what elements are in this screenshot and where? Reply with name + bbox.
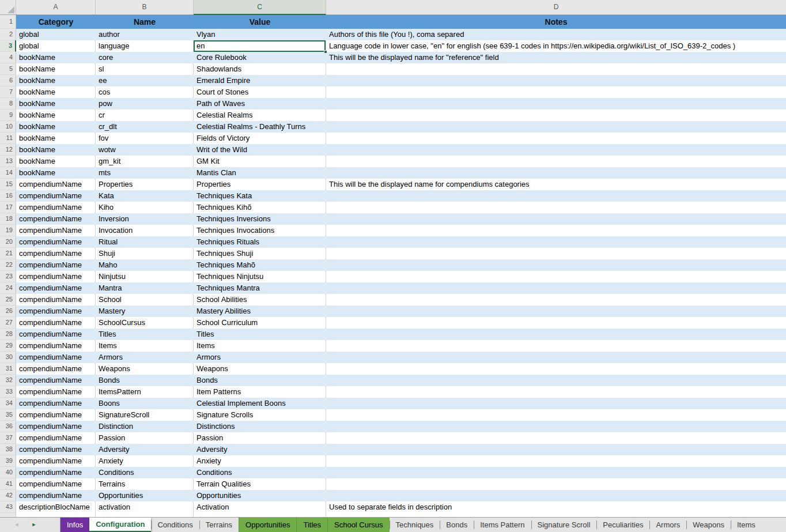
cell-name[interactable]: ItemsPattern <box>96 386 194 398</box>
cell-value[interactable]: Techniques Mahõ <box>194 259 326 271</box>
cell-category[interactable]: compendiumName <box>16 467 96 478</box>
cell-value[interactable]: Weapons <box>194 363 326 375</box>
cell-notes[interactable] <box>326 75 786 86</box>
row-number[interactable]: 9 <box>0 110 16 121</box>
cell-value[interactable]: Distinctions <box>194 421 326 432</box>
sheet-tab-weapons[interactable]: Weapons <box>686 518 731 532</box>
cell-value[interactable]: Writ of the Wild <box>194 144 326 156</box>
row-number[interactable]: 37 <box>0 432 16 444</box>
row-number[interactable]: 34 <box>0 398 16 409</box>
cell-category[interactable]: bookName <box>16 86 96 98</box>
cell-value[interactable]: Core Rulebook <box>194 52 326 63</box>
cell-name[interactable]: cr <box>96 110 194 121</box>
cell-notes[interactable] <box>326 86 786 98</box>
row-number[interactable]: 23 <box>0 271 16 282</box>
row-number[interactable]: 33 <box>0 386 16 398</box>
row-number[interactable]: 15 <box>0 179 16 190</box>
sheet-tab-infos[interactable]: Infos <box>61 518 89 532</box>
cell-category[interactable]: compendiumName <box>16 352 96 363</box>
sheet-tab-armors[interactable]: Armors <box>649 518 686 532</box>
sheet-tab-items-pattern[interactable]: Items Pattern <box>474 518 531 532</box>
cell-category[interactable]: compendiumName <box>16 455 96 467</box>
cell-notes[interactable] <box>326 63 786 75</box>
row-number[interactable]: 16 <box>0 190 16 202</box>
row-number[interactable]: 41 <box>0 478 16 490</box>
cell-value[interactable]: Signature Scrolls <box>194 409 326 421</box>
cell-notes[interactable] <box>326 144 786 156</box>
cell-value[interactable]: Techniques Mantra <box>194 282 326 294</box>
cell-name[interactable]: Properties <box>96 179 194 190</box>
cell-notes[interactable] <box>326 259 786 271</box>
fill-handle[interactable] <box>324 50 327 54</box>
row-number[interactable]: 4 <box>0 52 16 63</box>
cell-value[interactable]: Court of Stones <box>194 86 326 98</box>
cell-value[interactable]: en <box>194 40 326 52</box>
cell-name[interactable]: cos <box>96 86 194 98</box>
column-header-b[interactable]: B <box>96 0 194 15</box>
cell-category[interactable]: bookName <box>16 52 96 63</box>
cell-category[interactable]: compendiumName <box>16 444 96 455</box>
cell-name[interactable]: Titles <box>96 329 194 340</box>
cell-notes[interactable]: Authors of this file (You !), coma separ… <box>326 29 786 40</box>
cell-category[interactable]: bookName <box>16 156 96 167</box>
cell-value[interactable]: Celestial Implement Boons <box>194 398 326 409</box>
table-header-name[interactable]: Name <box>96 15 194 29</box>
row-number[interactable]: 1 <box>0 15 16 29</box>
cell-name[interactable]: fov <box>96 133 194 144</box>
cell-category[interactable]: bookName <box>16 98 96 110</box>
cell-value[interactable]: Techniques Rituals <box>194 236 326 248</box>
cell-category[interactable]: compendiumName <box>16 409 96 421</box>
sheet-tab-signature-scroll[interactable]: Signature Scroll <box>531 518 597 532</box>
cell-category[interactable]: compendiumName <box>16 282 96 294</box>
row-number[interactable]: 24 <box>0 282 16 294</box>
sheet-tab-titles[interactable]: Titles <box>296 518 327 532</box>
cell-value[interactable]: Item Patterns <box>194 386 326 398</box>
cell-name[interactable]: Terrains <box>96 478 194 490</box>
cell-notes[interactable] <box>326 386 786 398</box>
cell-value[interactable]: Titles <box>194 329 326 340</box>
table-header-category[interactable]: Category <box>16 15 96 29</box>
cell-notes[interactable] <box>326 190 786 202</box>
cell-category[interactable]: compendiumName <box>16 202 96 213</box>
cell-name[interactable]: Distinction <box>96 421 194 432</box>
cell-name[interactable]: Adversity <box>96 444 194 455</box>
cell-name[interactable]: Bonds <box>96 375 194 386</box>
cell-name[interactable]: Invocation <box>96 225 194 236</box>
row-number[interactable]: 36 <box>0 421 16 432</box>
cell-name[interactable]: Ritual <box>96 236 194 248</box>
sheet-tab-items[interactable]: Items <box>731 518 762 532</box>
cell-value[interactable]: Techniques Shuji <box>194 248 326 259</box>
cell-name[interactable]: language <box>96 40 194 52</box>
cell-name[interactable]: Opportunities <box>96 490 194 501</box>
cell-name[interactable]: ee <box>96 75 194 86</box>
cell-notes[interactable] <box>326 213 786 225</box>
cell-value[interactable]: Emerald Empire <box>194 75 326 86</box>
table-header-notes[interactable]: Notes <box>326 15 786 29</box>
cell-name[interactable]: Shuji <box>96 248 194 259</box>
row-number[interactable]: 39 <box>0 455 16 467</box>
cell-category[interactable]: compendiumName <box>16 190 96 202</box>
cell-notes[interactable] <box>326 363 786 375</box>
cell-value[interactable]: Mantis Clan <box>194 167 326 179</box>
row-number[interactable]: 43 <box>0 501 16 513</box>
column-header-c[interactable]: C <box>194 0 326 15</box>
row-number[interactable]: 11 <box>0 133 16 144</box>
cell-notes[interactable] <box>326 478 786 490</box>
cell-category[interactable]: compendiumName <box>16 375 96 386</box>
cell-category[interactable]: compendiumName <box>16 340 96 352</box>
cell-value[interactable]: Vlyan <box>194 29 326 40</box>
column-header-a[interactable]: A <box>16 0 96 15</box>
cell-name[interactable]: Armors <box>96 352 194 363</box>
cell-value[interactable]: School Abilities <box>194 294 326 305</box>
cell-category[interactable]: compendiumName <box>16 236 96 248</box>
cell-notes[interactable]: Language code in lower case, "en" for en… <box>326 40 786 52</box>
cell-notes[interactable] <box>326 248 786 259</box>
cell-category[interactable]: compendiumName <box>16 179 96 190</box>
cell-category[interactable]: descriptionBlocName <box>16 501 96 513</box>
sheet-nav-left-icon[interactable]: ◄ <box>8 518 25 532</box>
cell-value[interactable]: Anxiety <box>194 455 326 467</box>
cell-value[interactable]: Techniques Kata <box>194 190 326 202</box>
cell-name[interactable]: Weapons <box>96 363 194 375</box>
cell-category[interactable]: bookName <box>16 121 96 133</box>
cell-category[interactable]: compendiumName <box>16 398 96 409</box>
